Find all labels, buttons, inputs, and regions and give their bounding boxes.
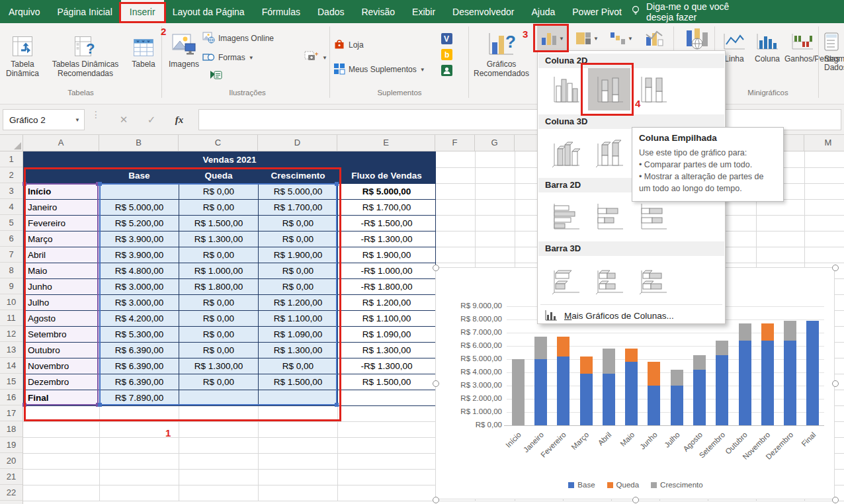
cell-fluxo[interactable]: -R$ 1.300,00 [338, 358, 436, 374]
graficos-recomendados-button[interactable]: ? Gráficos Recomendados [464, 26, 538, 78]
row-header-21[interactable]: 21 [0, 469, 22, 485]
cell-value[interactable]: R$ 3.900,00 [100, 231, 179, 247]
row-header-14[interactable]: 14 [0, 358, 22, 374]
cell-fluxo[interactable]: R$ 5.000,00 [338, 184, 436, 200]
row-header-11[interactable]: 11 [0, 310, 22, 326]
cell-value[interactable]: R$ 5.200,00 [100, 216, 179, 231]
pivot-table-button[interactable]: Tabela Dinâmica [1, 26, 44, 78]
table-header-fluxo-de-vendas[interactable]: Fluxo de Vendas [338, 168, 436, 184]
gallery-item-barra-3d-empilhada[interactable] [588, 259, 630, 301]
cell-value[interactable] [100, 184, 179, 200]
cell-value[interactable]: R$ 6.390,00 [100, 374, 179, 390]
table-header-queda[interactable]: Queda [179, 168, 259, 184]
cell-label[interactable]: Final [24, 390, 100, 406]
cell-label[interactable]: Maio [24, 263, 100, 279]
cell-value[interactable]: R$ 3.000,00 [100, 279, 179, 295]
cell-value[interactable]: R$ 0,00 [179, 200, 259, 216]
sparkline-ganhos-perdas-button[interactable]: Ganhos/Perdas [784, 32, 820, 75]
ribbon-tab-ajuda[interactable]: Ajuda [523, 0, 564, 23]
cell-value[interactable]: R$ 1.900,00 [259, 247, 338, 263]
chart-selection-handle[interactable] [832, 380, 839, 387]
row-header-18[interactable]: 18 [0, 421, 22, 437]
insert-waterfall-chart-button[interactable]: ▼ [606, 26, 636, 51]
meus-suplementos-button[interactable]: Meus Suplementos ▼ [333, 62, 425, 77]
column-header-g[interactable]: G [475, 135, 515, 151]
cell-fluxo[interactable]: R$ 1.700,00 [338, 200, 436, 216]
insert-table-button[interactable]: Tabela [127, 26, 160, 69]
ribbon-tab-desenvolvedor[interactable]: Desenvolvedor [444, 0, 523, 23]
cell-value[interactable]: R$ 1.500,00 [179, 216, 259, 231]
row-header-3[interactable]: 3 [0, 183, 22, 199]
cell-value[interactable]: R$ 1.200,00 [259, 295, 338, 311]
cell-fluxo[interactable]: R$ 1.100,00 [338, 311, 436, 327]
addin-people-button[interactable] [441, 63, 453, 77]
ribbon-tab-power-pivot[interactable]: Power Pivot [564, 0, 630, 23]
row-header-4[interactable]: 4 [0, 199, 22, 215]
column-header-m[interactable]: M [804, 135, 844, 151]
cell-value[interactable]: R$ 1.300,00 [179, 231, 259, 247]
gallery-item-coluna-3d-empilhada[interactable] [588, 132, 630, 174]
row-header-6[interactable]: 6 [0, 231, 22, 247]
cell-value[interactable]: R$ 1.090,00 [259, 327, 338, 343]
gallery-item-barra-3d-agrupada[interactable] [544, 259, 587, 301]
loja-button[interactable]: Loja [333, 38, 364, 52]
cell-value[interactable]: R$ 0,00 [259, 263, 338, 279]
cell-fluxo[interactable]: R$ 1.200,00 [338, 295, 436, 311]
cell-fluxo[interactable]: -R$ 1.000,00 [338, 263, 436, 279]
cancel-button[interactable]: ✕ [112, 109, 135, 130]
enter-button[interactable]: ✓ [140, 109, 163, 130]
addin-visio-button[interactable]: V [441, 31, 453, 46]
cell-fluxo[interactable]: R$ 1.500,00 [338, 374, 436, 390]
chart-selection-handle[interactable] [832, 497, 839, 503]
cell-value[interactable]: R$ 3.000,00 [100, 295, 179, 311]
column-header-b[interactable]: B [99, 135, 179, 151]
column-header-a[interactable]: A [23, 135, 99, 151]
cell-label[interactable]: Julho [24, 295, 100, 311]
row-header-20[interactable]: 20 [0, 453, 22, 469]
row-header-19[interactable]: 19 [0, 437, 22, 453]
cell-label[interactable]: Janeiro [24, 200, 100, 216]
cell-value[interactable]: R$ 0,00 [179, 343, 259, 358]
insert-function-button[interactable]: fx [168, 109, 190, 130]
cell-value[interactable] [179, 390, 259, 406]
row-header-8[interactable]: 8 [0, 263, 22, 278]
ribbon-tab-layout-da-p-gina[interactable]: Layout da Página [164, 0, 253, 23]
table-header-base[interactable]: Base [100, 168, 179, 184]
gallery-item-barra-3d-100[interactable] [632, 259, 674, 301]
cell-value[interactable]: R$ 4.200,00 [100, 311, 179, 327]
cell-label[interactable]: Novembro [24, 358, 100, 374]
row-header-7[interactable]: 7 [0, 247, 22, 263]
sparkline-coluna-button[interactable]: Coluna [751, 32, 783, 75]
cell-value[interactable]: R$ 1.100,00 [259, 311, 338, 327]
cell-value[interactable]: R$ 1.300,00 [179, 358, 259, 374]
ribbon-tab-exibir[interactable]: Exibir [403, 0, 444, 23]
insert-map-chart-button[interactable] [681, 26, 713, 52]
cell-value[interactable]: R$ 0,00 [259, 216, 338, 231]
row-header-13[interactable]: 13 [0, 342, 22, 358]
ribbon-tab-revis-o[interactable]: Revisão [353, 0, 403, 23]
formula-bar-grip[interactable]: ⋮ [91, 112, 101, 117]
cell-value[interactable]: R$ 0,00 [179, 327, 259, 343]
cell-label[interactable]: Junho [24, 279, 100, 295]
cell-label[interactable]: Dezembro [24, 374, 100, 390]
cell-fluxo[interactable]: R$ 1.090,00 [338, 327, 436, 343]
smartart-button[interactable] [209, 68, 222, 83]
cell-label[interactable]: Início [24, 184, 100, 200]
cell-value[interactable]: R$ 1.800,00 [179, 279, 259, 295]
cell-value[interactable]: R$ 0,00 [259, 358, 338, 374]
chart-selection-handle[interactable] [632, 497, 639, 503]
ribbon-tab-f-rmulas[interactable]: Fórmulas [253, 0, 309, 23]
cell-value[interactable]: R$ 1.700,00 [259, 200, 338, 216]
formas-button[interactable]: Formas ▼ [202, 50, 254, 65]
cell-value[interactable]: R$ 5.000,00 [100, 200, 179, 216]
cell-label[interactable]: Agosto [24, 311, 100, 327]
cell-value[interactable]: R$ 5.300,00 [100, 327, 179, 343]
table-header-crescimento[interactable]: Crescimento [259, 168, 338, 184]
row-header-17[interactable]: 17 [0, 405, 22, 421]
cell-value[interactable]: R$ 0,00 [179, 184, 259, 200]
tell-me-box[interactable]: Diga-me o que você deseja fazer [630, 0, 751, 23]
cell-fluxo[interactable]: -R$ 1.300,00 [338, 231, 436, 247]
imagens-button[interactable]: Imagens [165, 26, 202, 69]
cell-value[interactable] [259, 390, 338, 406]
table-title-cell[interactable]: Vendas 2021 [24, 152, 436, 168]
